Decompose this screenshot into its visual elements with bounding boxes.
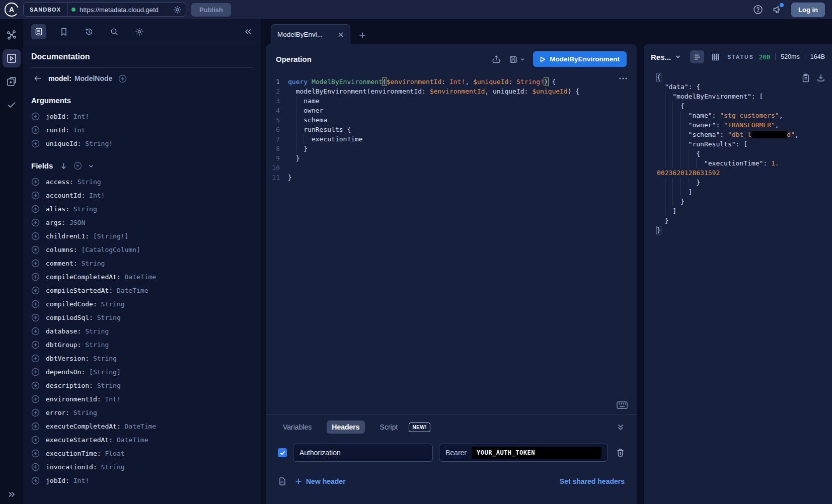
add-to-operation-icon[interactable] (31, 126, 40, 134)
collapse-docs-icon[interactable] (244, 27, 253, 36)
code-line[interactable]: 3name​ (266, 96, 637, 106)
add-to-operation-icon[interactable] (31, 232, 40, 240)
checks-icon[interactable] (3, 96, 21, 114)
add-to-operation-icon[interactable] (31, 354, 40, 363)
tab-variables[interactable]: Variables (278, 421, 317, 434)
code-line[interactable]: "modelByEnvironment": [​ (657, 92, 826, 101)
add-to-operation-icon[interactable] (31, 341, 40, 349)
code-line[interactable]: "runResults": [​ (657, 139, 826, 149)
expand-rail-icon[interactable] (7, 490, 16, 499)
schema-field-item[interactable]: database: String (31, 324, 253, 338)
add-to-operation-icon[interactable] (31, 313, 40, 322)
back-arrow-icon[interactable] (33, 74, 42, 83)
code-line[interactable]: 11}​ (266, 173, 637, 182)
code-line[interactable]: "data": {​ (657, 82, 826, 92)
add-to-operation-icon[interactable] (31, 381, 40, 390)
preflight-script-icon[interactable] (278, 477, 287, 486)
add-to-operation-icon[interactable] (31, 395, 40, 403)
schema-field-item[interactable]: columns: [CatalogColumn] (31, 243, 253, 257)
code-line[interactable]: "executionTime": 1.​ (657, 158, 826, 168)
close-tab-icon[interactable] (338, 32, 344, 38)
announcements-megaphone-icon[interactable] (772, 5, 782, 15)
schema-field-item[interactable]: dbtGroup: String (31, 338, 253, 352)
add-to-operation-icon[interactable] (31, 205, 40, 213)
schema-field-item[interactable]: uniqueId: String! (31, 137, 253, 150)
code-line[interactable]: }​ (657, 178, 826, 187)
help-icon[interactable] (753, 5, 763, 15)
schema-field-item[interactable]: executeStartedAt: DateTime (31, 433, 253, 447)
history-icon[interactable] (82, 24, 97, 39)
run-operation-button[interactable]: ModelByEnvironment (533, 51, 627, 67)
add-to-operation-icon[interactable] (31, 112, 40, 121)
code-line[interactable]: 1query ModelByEnvironment($environmentId… (266, 77, 637, 87)
code-line[interactable]: 10​ (266, 163, 637, 173)
header-key-input[interactable]: Authorization (293, 444, 433, 462)
schema-field-item[interactable]: executionTime: Float (31, 447, 253, 460)
code-line[interactable]: 8}​ (266, 144, 637, 153)
add-to-operation-icon[interactable] (31, 259, 40, 268)
schema-field-item[interactable]: description: String (31, 379, 253, 392)
add-to-operation-icon[interactable] (31, 422, 40, 431)
operation-collections-icon[interactable] (3, 72, 21, 91)
code-line[interactable]: }​ (657, 225, 826, 235)
add-to-operation-icon[interactable] (31, 273, 40, 281)
code-line[interactable]: 6runResults {​ (266, 125, 637, 134)
apollo-logo[interactable]: A (4, 2, 19, 17)
add-to-operation-icon[interactable] (31, 449, 40, 458)
code-line[interactable]: ]​ (657, 187, 826, 197)
fields-menu-chevron-icon[interactable] (88, 163, 94, 169)
editor-more-menu-icon[interactable] (619, 77, 628, 80)
publish-button[interactable]: Publish (191, 3, 231, 17)
schema-graph-icon[interactable] (3, 26, 21, 44)
schema-field-item[interactable]: comment: String (31, 257, 253, 270)
download-response-icon[interactable] (817, 73, 825, 82)
code-line[interactable]: 4owner​ (266, 106, 637, 115)
code-line[interactable]: 2modelByEnvironment(environmentId: $envi… (266, 87, 637, 96)
add-all-fields-icon[interactable] (73, 161, 82, 170)
collapse-bottom-panel-icon[interactable] (617, 423, 625, 431)
add-to-operation-icon[interactable] (31, 218, 40, 227)
tab-script[interactable]: Script (375, 421, 403, 434)
add-to-operation-icon[interactable] (31, 327, 40, 335)
schema-field-item[interactable]: error: String (31, 406, 253, 419)
search-icon[interactable] (107, 24, 122, 39)
explorer-settings-gear-icon[interactable] (132, 24, 147, 39)
documentation-tab-icon[interactable] (31, 24, 46, 39)
add-to-operation-icon[interactable] (31, 191, 40, 200)
response-dropdown[interactable]: Res... (651, 53, 681, 61)
code-line[interactable]: "owner": "TRANSFORMER",​ (657, 120, 826, 130)
code-line[interactable]: "name": "stg_customers",​ (657, 111, 826, 120)
schema-field-item[interactable]: runId: Int (31, 123, 253, 137)
auth-token-value[interactable]: YOUR_AUTH_TOKEN (472, 447, 601, 459)
code-line[interactable]: {​ (657, 101, 826, 111)
schema-field-item[interactable]: jobId: Int! (31, 110, 253, 123)
schema-field-item[interactable]: compileStartedAt: DateTime (31, 284, 253, 297)
add-to-operation-icon[interactable] (31, 245, 40, 254)
add-to-operation-icon[interactable] (31, 463, 40, 471)
code-line[interactable]: "schema": "dbt_l d",​ (657, 130, 826, 139)
header-enabled-checkbox[interactable] (278, 448, 287, 457)
code-line[interactable]: }​ (657, 197, 826, 206)
save-menu-chevron-icon[interactable] (520, 57, 525, 62)
set-shared-headers-link[interactable]: Set shared headers (560, 477, 625, 485)
keyboard-shortcuts-icon[interactable] (617, 401, 628, 409)
schema-field-item[interactable]: access: String (31, 175, 253, 189)
code-line[interactable]: ]​ (657, 206, 826, 216)
add-to-operation-icon[interactable] (31, 368, 40, 376)
add-field-icon[interactable] (118, 74, 127, 83)
endpoint-url-input[interactable]: https://metadata.cloud.getd (67, 6, 186, 14)
sort-fields-icon[interactable] (60, 162, 67, 170)
schema-field-item[interactable]: environmentId: Int! (31, 392, 253, 406)
schema-field-item[interactable]: executeCompletedAt: DateTime (31, 419, 253, 433)
bookmark-icon[interactable] (56, 24, 71, 39)
schema-field-item[interactable]: dbtVersion: String (31, 352, 253, 365)
code-line[interactable]: {​ (657, 149, 826, 158)
schema-field-item[interactable]: compileCompletedAt: DateTime (31, 270, 253, 284)
new-header-button[interactable]: New header (295, 477, 346, 485)
schema-field-item[interactable]: compiledCode: String (31, 297, 253, 311)
response-json-view[interactable]: {​"data": {​"modelByEnvironment": [​{​"n… (644, 68, 832, 504)
code-line[interactable]: 7executionTime​ (266, 134, 637, 144)
add-to-operation-icon[interactable] (31, 476, 40, 485)
save-operation-icon[interactable] (509, 55, 518, 64)
add-to-operation-icon[interactable] (31, 286, 40, 295)
